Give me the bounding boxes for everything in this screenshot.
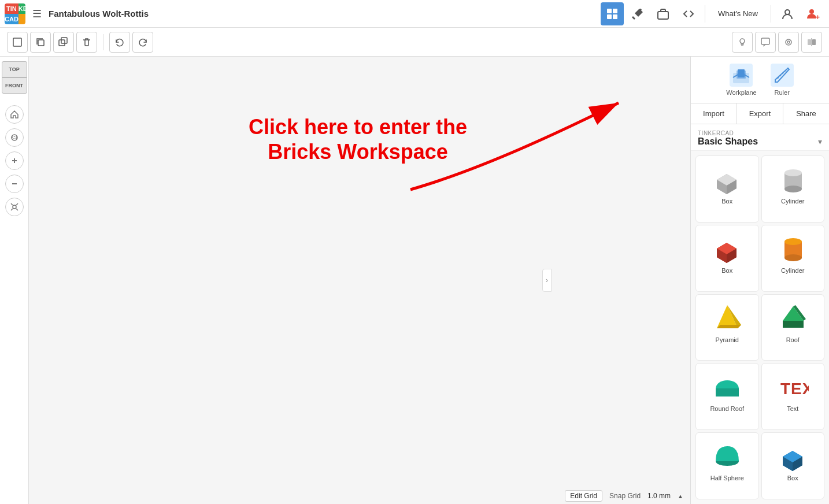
shape-item-halfsphere-teal[interactable]: Half Sphere xyxy=(695,432,759,499)
svg-rect-5 xyxy=(658,12,668,19)
orbit-button[interactable] xyxy=(5,128,24,147)
annotation-arrow xyxy=(376,86,665,213)
svg-point-20 xyxy=(12,135,17,140)
svg-point-24 xyxy=(13,205,16,209)
toolbar-sep-1 xyxy=(103,34,103,50)
svg-text:+: + xyxy=(816,13,820,21)
redo-button[interactable] xyxy=(132,32,153,53)
svg-rect-3 xyxy=(613,14,617,19)
view-cube[interactable]: TOP FRONT xyxy=(2,61,27,96)
projects-button[interactable] xyxy=(652,2,675,25)
logo-tin: TIN xyxy=(5,3,18,14)
shapes-dropdown[interactable]: Basic Shapes ▾ xyxy=(698,136,822,147)
shape-icon-box-blue xyxy=(775,438,810,472)
svg-rect-70 xyxy=(783,321,804,328)
svg-rect-45 xyxy=(738,69,745,77)
add-user-button[interactable]: + xyxy=(801,2,824,25)
svg-point-6 xyxy=(785,10,790,14)
shapes-dropdown-label: Basic Shapes xyxy=(698,136,758,147)
svg-rect-12 xyxy=(61,38,67,43)
snap-arrow[interactable]: ▲ xyxy=(678,493,683,499)
share-button[interactable]: Share xyxy=(783,103,829,124)
edit-grid-button[interactable]: Edit Grid xyxy=(565,490,602,502)
zoom-out-button[interactable] xyxy=(5,175,24,193)
main-area: TOP FRONT xyxy=(0,57,829,504)
bricks-workspace-button[interactable] xyxy=(626,2,649,25)
new-document-button[interactable] xyxy=(7,32,28,53)
panel-toggle[interactable]: › xyxy=(542,269,552,292)
shape-label-halfsphere-teal: Half Sphere xyxy=(710,475,744,481)
svg-rect-18 xyxy=(812,39,816,45)
shape-label-roundroof-teal: Round Roof xyxy=(710,405,744,412)
ruler-icon xyxy=(771,64,794,87)
shape-item-box-red[interactable]: Box xyxy=(695,225,759,292)
workplane-label: Workplane xyxy=(726,89,756,96)
panel-toolbar: Workplane Ruler xyxy=(691,57,829,103)
duplicate-button[interactable] xyxy=(53,32,74,53)
notes-button[interactable] xyxy=(755,32,776,53)
shape-label-box-gray: Box xyxy=(721,198,732,205)
shape-icon-roundroof-teal xyxy=(710,368,745,403)
grid-view-button[interactable] xyxy=(601,2,624,25)
shape-item-cylinder-orange[interactable]: Cylinder xyxy=(761,225,825,292)
align-button[interactable] xyxy=(778,32,799,53)
canvas-area[interactable]: Click here to enter the Bricks Workspace… xyxy=(29,57,690,504)
copy-button[interactable] xyxy=(30,32,51,53)
home-view-button[interactable] xyxy=(5,105,24,124)
shape-icon-text-red: TEXT xyxy=(775,368,810,403)
mirror-button[interactable] xyxy=(801,32,822,53)
svg-point-7 xyxy=(809,9,814,14)
svg-rect-9 xyxy=(13,38,21,46)
shapes-source: Tinkercad xyxy=(698,130,822,136)
logo-cad: CAD xyxy=(5,14,18,24)
app-title: Fantabulous Wolt-Rottis xyxy=(49,9,601,18)
svg-rect-1 xyxy=(613,9,617,13)
workplane-button[interactable]: Workplane xyxy=(721,61,761,98)
svg-point-57 xyxy=(784,186,802,192)
shape-item-cylinder-gray[interactable]: Cylinder xyxy=(761,155,825,223)
shape-item-roundroof-teal[interactable]: Round Roof xyxy=(695,363,759,430)
delete-button[interactable] xyxy=(76,32,97,53)
svg-point-56 xyxy=(784,169,802,176)
svg-point-64 xyxy=(784,254,802,261)
tinkercad-logo[interactable]: TIN KER CAD xyxy=(5,3,25,24)
shape-item-pyramid-yellow[interactable]: Pyramid xyxy=(695,294,759,361)
user-account-button[interactable] xyxy=(776,2,799,25)
lights-button[interactable] xyxy=(732,32,753,53)
shape-label-cylinder-orange: Cylinder xyxy=(781,267,804,274)
codeblocks-button[interactable] xyxy=(677,2,700,25)
fit-view-button[interactable] xyxy=(5,198,24,216)
toolbar-right xyxy=(732,32,822,53)
import-button[interactable]: Import xyxy=(691,103,737,124)
shape-label-pyramid-yellow: Pyramid xyxy=(716,336,739,343)
svg-rect-11 xyxy=(59,40,65,46)
svg-marker-46 xyxy=(775,68,789,82)
zoom-in-button[interactable] xyxy=(5,151,24,170)
shape-icon-cylinder-gray xyxy=(775,161,810,195)
undo-button[interactable] xyxy=(109,32,130,53)
view-top[interactable]: TOP xyxy=(2,61,27,77)
shape-item-roof-green[interactable]: Roof xyxy=(761,294,825,361)
svg-point-63 xyxy=(784,238,802,245)
shape-icon-halfsphere-teal xyxy=(710,438,745,472)
export-button[interactable]: Export xyxy=(737,103,783,124)
ruler-button[interactable]: Ruler xyxy=(766,61,798,98)
snap-grid-label: Snap Grid xyxy=(609,492,641,500)
shapes-header: Tinkercad Basic Shapes ▾ xyxy=(691,124,829,151)
whats-new-button[interactable]: What's New xyxy=(710,6,766,21)
shapes-grid: Box Cylinder xyxy=(691,151,829,504)
shape-icon-box-gray xyxy=(710,161,745,195)
shape-label-cylinder-gray: Cylinder xyxy=(781,198,804,205)
shape-item-box-blue[interactable]: Box xyxy=(761,432,825,499)
svg-point-15 xyxy=(786,39,791,45)
svg-rect-17 xyxy=(808,39,811,45)
view-front[interactable]: FRONT xyxy=(2,77,27,94)
shape-icon-cylinder-orange xyxy=(775,230,810,265)
shape-icon-box-red xyxy=(710,230,745,265)
svg-rect-72 xyxy=(716,388,739,396)
shape-item-box-gray[interactable]: Box xyxy=(695,155,759,223)
svg-marker-67 xyxy=(717,325,741,328)
shape-item-text-red[interactable]: TEXT Text xyxy=(761,363,825,430)
app-menu-icon[interactable]: ☰ xyxy=(32,8,42,20)
logo-blank xyxy=(18,14,25,24)
